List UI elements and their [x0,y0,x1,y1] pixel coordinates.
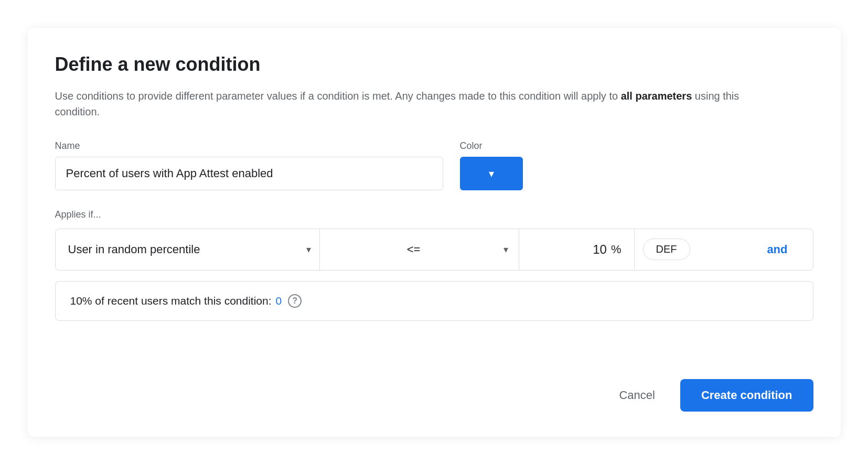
create-condition-button[interactable]: Create condition [680,379,813,412]
description-bold: all parameters [621,90,692,102]
color-label: Color [460,141,565,152]
condition-type-group: User in random percentile ▾ [68,229,320,270]
help-icon[interactable]: ? [288,294,302,308]
description-text-part1: Use conditions to provide different para… [55,90,621,102]
condition-row: User in random percentile ▾ <= < = > >= … [55,229,813,271]
match-info-text-prefix: 10% of recent users match this condition… [70,295,272,307]
operator-select[interactable]: <= < = > >= [330,243,501,256]
dialog-title: Define a new condition [55,53,813,75]
value-group: % [519,229,635,270]
name-group: Name [55,141,443,190]
operator-chevron-icon: ▾ [503,244,508,255]
percent-sign: % [611,243,621,256]
name-label: Name [55,141,443,152]
dialog-description: Use conditions to provide different para… [55,88,763,120]
condition-name-input[interactable] [55,157,443,190]
and-button[interactable]: and [690,243,800,256]
color-group: Color ▾ [460,141,565,190]
condition-type-chevron-icon: ▾ [306,244,311,255]
applies-if-label: Applies if... [55,209,813,220]
def-button[interactable]: DEF [643,239,690,260]
match-count: 0 [276,295,282,307]
operator-group: <= < = > >= ▾ [320,229,519,270]
chevron-down-icon: ▾ [489,167,494,180]
define-condition-dialog: Define a new condition Use conditions to… [28,28,841,437]
color-picker-button[interactable]: ▾ [460,157,523,190]
form-name-color-row: Name Color ▾ [55,141,813,190]
cancel-button[interactable]: Cancel [606,380,667,411]
match-info-box: 10% of recent users match this condition… [55,281,813,321]
percentile-value-input[interactable] [565,242,607,257]
dialog-footer: Cancel Create condition [55,362,813,412]
condition-type-select[interactable]: User in random percentile [68,243,304,256]
